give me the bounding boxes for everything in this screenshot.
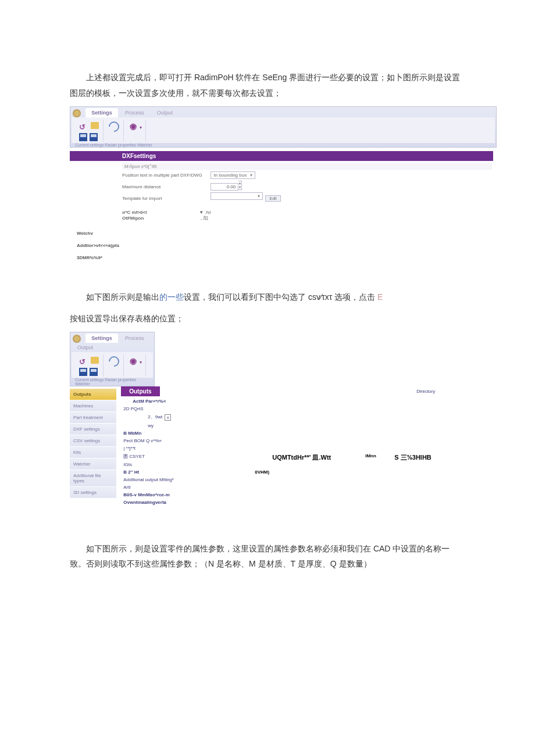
paragraph-4: 如下图所示，则是设置零件的属性参数，这里设置的属性参数名称必须和我们在 CAD …	[70, 541, 465, 572]
save-icon[interactable]	[79, 133, 87, 141]
wrench-icon[interactable]	[107, 354, 122, 369]
sel-template[interactable]: ▾	[211, 192, 263, 200]
sel-bounding-box[interactable]: In bounding box▾	[211, 171, 255, 179]
out-csyet: 囲 CSYET UQMTtdHr**' 皿.Wtt IMnn S 三⅝3HlHB	[123, 453, 447, 460]
paragraph-1: 上述都设置完成后，即可打开 RadimPoH 软件在 SeEng 界面进行一些必…	[70, 70, 465, 101]
out-b-mbmn: B MbMn	[123, 431, 447, 436]
menu-add-filetypes[interactable]: Additional file types	[70, 470, 116, 486]
tab-process[interactable]: Process	[119, 108, 150, 117]
app-logo-icon	[73, 109, 81, 117]
screenshot-outputs: Settings Process Output ↺ ◉▾ Current set…	[70, 332, 465, 506]
out-wy: wy	[148, 423, 447, 428]
extra-3dmft: 3DMft%%9*	[77, 255, 493, 260]
mid-imnn: IMnn	[365, 453, 376, 458]
letter-e: E	[377, 292, 383, 302]
outputs-title: Outputs	[121, 386, 159, 396]
toolbar-labels: Current settings Radan properties Watche…	[72, 378, 153, 386]
out-pect-bom: Pect BOM Q v*%«	[123, 438, 447, 443]
menu-csv-settings[interactable]: CSV settings	[70, 435, 116, 446]
menu-3d-settings[interactable]: 3D settings	[70, 487, 116, 498]
link-deyixie[interactable]: 的一些	[159, 292, 184, 302]
side-menu: Outputs Machines Part treatment DXF sett…	[70, 389, 116, 499]
menu-kits[interactable]: Kits	[70, 447, 116, 458]
save-as-icon[interactable]	[90, 368, 98, 376]
extra-addtlor: Addtlor>vf<<«a)pts	[77, 243, 493, 248]
mid-s3hihb: S 三⅝3HlHB	[394, 453, 431, 462]
lbl-template: Template for import	[122, 196, 209, 201]
toolbar-labels: Current settings Radan properties Watche…	[72, 143, 495, 147]
out-2-9wt: 2、9wtx	[148, 414, 447, 420]
other-1a: σ*C mf>0<I	[122, 210, 198, 215]
out-additional: Additional output Mtting*	[123, 477, 447, 482]
edit-button[interactable]: Edit	[265, 195, 280, 202]
paragraph-3: 按钮设置导出保存表格的位置；	[70, 311, 465, 327]
menu-watcher[interactable]: Watcher	[70, 458, 116, 470]
mid-uqmt: UQMTtdHr**' 皿.Wtt	[272, 453, 331, 462]
input-max-distance[interactable]: 0.00	[211, 183, 238, 191]
tab-process[interactable]: Process	[119, 334, 150, 343]
lbl-position-text: Position text in multiple part DXF/DWG	[122, 173, 209, 178]
screenshot-dxf-settings: Settings Process Output ↺ ◉▾ Current se	[70, 106, 465, 260]
other-2b: ，阳	[199, 216, 208, 221]
checkbox-9wt[interactable]: x	[165, 414, 171, 421]
out-2dparts: 2D PQrtS	[123, 406, 447, 411]
out-jt: | **j**t	[123, 446, 447, 451]
eye-icon[interactable]: ◉	[130, 121, 139, 131]
eye-icon[interactable]: ◉	[130, 356, 139, 366]
save-icon[interactable]	[79, 368, 87, 376]
tab-output[interactable]: Output	[151, 108, 179, 117]
wrench-icon[interactable]	[107, 119, 122, 134]
paragraph-2: 如下图所示则是输出的一些设置，我们可以看到下图中勾选了 csv⁄τxτ 选项，点…	[70, 289, 465, 305]
other-1b: ▼ .Ni	[199, 210, 211, 215]
tab-settings[interactable]: Settings	[85, 108, 118, 117]
out-b2ht: B 2" Ht0VHM)	[123, 470, 447, 475]
tab-settings[interactable]: Settings	[85, 334, 118, 343]
menu-dxf-settings[interactable]: DXF settings	[70, 424, 116, 435]
menu-part-treatment[interactable]: Part treatment	[70, 412, 116, 423]
menu-machines[interactable]: Machines	[70, 400, 116, 411]
save-as-icon[interactable]	[90, 133, 98, 141]
app-logo-icon	[73, 335, 81, 343]
menu-outputs[interactable]: Outputs	[70, 389, 116, 400]
out-actm: ActM Par«*r%<	[133, 399, 447, 404]
window-ribbon: Settings Process Output ↺ ◉▾ Current se	[70, 106, 497, 148]
window-ribbon-2: Settings Process Output ↺ ◉▾ Current set…	[70, 332, 155, 386]
dxf-header-line: M√Ipon x*0[˅95	[122, 163, 492, 170]
undo-icon[interactable]: ↺	[79, 357, 88, 367]
out-arti: ArtI	[123, 485, 447, 490]
out-ovwnt: Ovwntmaalingverta	[123, 500, 447, 505]
undo-icon[interactable]: ↺	[79, 123, 88, 132]
other-2a: OtFMipon	[122, 216, 198, 221]
extra-weichv: Weichv	[77, 231, 493, 236]
dxf-section-title: DXFsettings	[70, 151, 493, 161]
directory-label: Directory	[416, 389, 435, 394]
open-folder-icon[interactable]	[91, 122, 99, 129]
lbl-max-distance: Maximum distance	[122, 184, 209, 189]
tab-output[interactable]: Output	[72, 343, 99, 352]
out-b0s: B0S-v MmMso*rce-m	[123, 492, 447, 497]
open-folder-icon[interactable]	[91, 357, 99, 364]
out-igts: IGts	[123, 462, 447, 467]
